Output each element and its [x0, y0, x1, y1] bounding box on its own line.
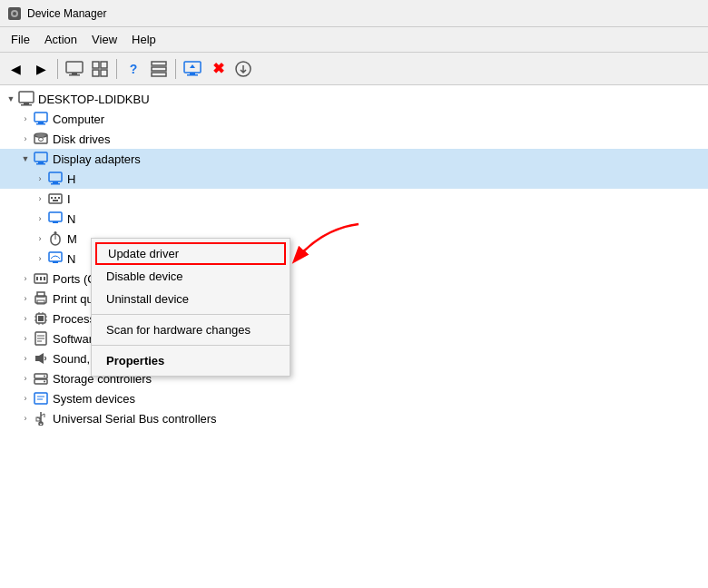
ctx-uninstall-device[interactable]: Uninstall device [92, 288, 290, 310]
forward-button[interactable]: ▶ [29, 57, 53, 81]
tree-item-usb[interactable]: › Universal Serial Bus controllers [0, 408, 708, 428]
tree-item-hid[interactable]: › H [0, 169, 708, 189]
svg-rect-46 [40, 277, 42, 280]
processor-icon [33, 310, 49, 327]
svg-rect-47 [44, 277, 45, 280]
keyboard-expand[interactable]: › [33, 191, 47, 206]
svg-rect-52 [38, 316, 44, 321]
ctx-disable-device[interactable]: Disable device [92, 265, 290, 288]
monitor-label: N [67, 212, 75, 226]
svg-point-69 [44, 381, 45, 383]
disk-label: Disk drives [53, 132, 111, 146]
svg-rect-22 [36, 123, 45, 125]
menu-bar: File Action View Help [0, 27, 708, 53]
tree-item-computer[interactable]: › Computer [0, 109, 708, 129]
keyboard-label: I [67, 192, 71, 206]
svg-rect-33 [51, 197, 53, 199]
svg-rect-20 [34, 113, 47, 122]
svg-rect-35 [58, 197, 60, 199]
svg-point-25 [39, 138, 44, 142]
svg-rect-19 [21, 104, 32, 106]
monitor-icon [47, 211, 64, 227]
sound-icon [33, 350, 49, 367]
tree-item-display[interactable]: ▼ Display adapters [0, 149, 708, 169]
context-menu: Update driver Disable device Uninstall d… [91, 238, 290, 377]
hid-expand[interactable]: › [33, 172, 47, 186]
hid-label: H [67, 172, 75, 186]
download-btn[interactable] [231, 57, 255, 81]
ctx-update-driver[interactable]: Update driver [95, 242, 286, 265]
delete-btn[interactable]: ✖ [206, 57, 230, 81]
network-expand[interactable]: › [33, 251, 47, 266]
network-icon [47, 250, 64, 267]
tree-root[interactable]: ▼ DESKTOP-LDIDKBU [0, 89, 708, 109]
app-icon [7, 6, 22, 21]
ctx-separator-2 [92, 345, 290, 346]
disk-icon [33, 131, 49, 147]
help-icon-btn[interactable]: ? [122, 57, 145, 81]
svg-rect-9 [101, 70, 107, 76]
software-expand[interactable]: › [18, 331, 33, 346]
menu-help[interactable]: Help [124, 30, 163, 49]
computer-icon-btn[interactable] [63, 57, 86, 81]
svg-rect-34 [54, 197, 56, 199]
usb-expand[interactable]: › [18, 411, 33, 426]
storage-expand[interactable]: › [18, 371, 33, 386]
svg-rect-18 [24, 103, 29, 104]
print-expand[interactable]: › [18, 291, 33, 306]
system-label: System devices [53, 392, 135, 406]
svg-rect-43 [53, 261, 58, 263]
svg-rect-3 [66, 62, 83, 73]
title-bar-text: Device Manager [27, 7, 106, 20]
toolbar-sep-1 [57, 59, 58, 79]
svg-rect-5 [69, 74, 80, 76]
mouse-label: M [67, 232, 77, 246]
svg-rect-70 [34, 393, 47, 404]
svg-point-41 [54, 231, 57, 234]
hid-icon [47, 171, 64, 187]
root-expand[interactable]: ▼ [4, 92, 18, 106]
print-icon [33, 290, 49, 307]
menu-file[interactable]: File [4, 30, 37, 49]
main-content: ▼ DESKTOP-LDIDKBU › Computer [0, 85, 708, 588]
tree-item-keyboard[interactable]: › I [0, 189, 708, 209]
network-label: N [67, 252, 75, 266]
disk-expand[interactable]: › [18, 132, 33, 146]
svg-rect-45 [36, 277, 38, 280]
ports-expand[interactable]: › [18, 271, 33, 286]
sound-expand[interactable]: › [18, 351, 33, 366]
svg-rect-65 [35, 356, 39, 361]
ctx-properties[interactable]: Properties [92, 349, 290, 372]
computer-icon [33, 111, 49, 127]
software-icon [33, 330, 49, 347]
tree-item-disk[interactable]: › Disk drives [0, 129, 708, 149]
processor-expand[interactable]: › [18, 311, 33, 326]
tree-item-monitor[interactable]: › N [0, 209, 708, 229]
mouse-expand[interactable]: › [33, 231, 47, 246]
tree-panel[interactable]: ▼ DESKTOP-LDIDKBU › Computer [0, 85, 708, 588]
grid-icon-btn[interactable] [88, 57, 112, 81]
tree-item-system[interactable]: › System devices [0, 388, 708, 408]
svg-rect-7 [101, 62, 107, 68]
view-btn[interactable] [147, 57, 171, 81]
monitor-expand[interactable]: › [33, 211, 47, 226]
svg-rect-6 [93, 62, 99, 68]
svg-rect-4 [72, 73, 77, 74]
usb-label: Universal Serial Bus controllers [53, 412, 217, 426]
monitor-btn[interactable] [181, 57, 204, 81]
back-button[interactable]: ◀ [4, 57, 27, 81]
computer-expand[interactable]: › [18, 112, 33, 126]
menu-view[interactable]: View [84, 30, 124, 49]
svg-rect-38 [53, 221, 58, 223]
svg-rect-31 [51, 183, 60, 185]
mouse-icon [47, 230, 64, 247]
ctx-scan[interactable]: Scan for hardware changes [92, 318, 290, 341]
svg-rect-29 [49, 172, 62, 181]
display-icon [33, 151, 49, 167]
svg-rect-36 [53, 200, 58, 201]
display-expand[interactable]: ▼ [18, 152, 33, 166]
usb-icon [33, 410, 49, 426]
menu-action[interactable]: Action [37, 30, 84, 49]
system-expand[interactable]: › [18, 391, 33, 406]
keyboard-icon [47, 191, 64, 207]
